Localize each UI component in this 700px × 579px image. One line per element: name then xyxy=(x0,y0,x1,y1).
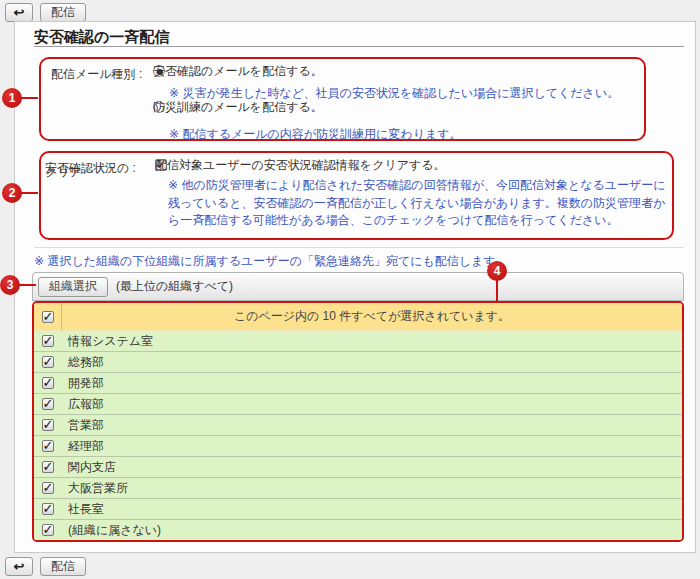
mail-type-label: 配信メール種別 : xyxy=(51,66,142,83)
org-scope-label: (最上位の組織すべて) xyxy=(116,278,233,295)
page-title: 安否確認の一斉配信 xyxy=(34,28,169,47)
row-checkbox-icon[interactable] xyxy=(42,356,54,368)
row-checkbox-icon[interactable] xyxy=(42,482,54,494)
table-row[interactable]: 経理部 xyxy=(34,435,682,456)
annotation-line-2 xyxy=(20,192,38,194)
radio-safety-mail[interactable]: 安否確認のメールを配信する。 xyxy=(153,65,165,77)
annotation-marker-2: 2 xyxy=(2,183,22,203)
top-toolbar: ↩ 配信 xyxy=(5,3,86,22)
bottom-toolbar: ↩ 配信 xyxy=(5,557,86,576)
annotation-marker-3: 3 xyxy=(0,275,20,295)
title-divider xyxy=(34,46,684,47)
org-name: 社長室 xyxy=(61,501,104,518)
clear-status-checkbox-label: 配信対象ユーザーの安否状況確認情報をクリアする。 xyxy=(155,157,446,174)
row-checkbox-icon[interactable] xyxy=(42,377,54,389)
annotation-line-4 xyxy=(496,280,498,302)
table-row[interactable]: (組織に属さない) xyxy=(34,519,682,540)
org-broadcast-note: ※ 選択した組織の下位組織に所属するユーザーの「緊急連絡先」宛てにも配信します。 xyxy=(34,253,508,270)
status-clear-note: ※ 他の防災管理者により配信された安否確認の回答情報が、今回配信対象となるユーザ… xyxy=(168,177,673,230)
org-name: 開発部 xyxy=(61,375,104,392)
select-all-checkbox-icon[interactable] xyxy=(42,311,54,323)
broadcast-button[interactable]: 配信 xyxy=(40,3,86,22)
drill-mail-note: ※ 配信するメールの内容が防災訓練用に変わります。 xyxy=(169,126,461,143)
org-name: 関内支店 xyxy=(61,459,116,476)
table-row[interactable]: 社長室 xyxy=(34,498,682,519)
mail-type-annotation-box: 配信メール種別 : 安否確認のメールを配信する。 ※ 災害が発生した時など、社員… xyxy=(39,57,646,141)
org-name: 経理部 xyxy=(61,438,104,455)
section-divider xyxy=(34,247,684,248)
row-checkbox-icon[interactable] xyxy=(42,440,54,452)
annotation-marker-4: 4 xyxy=(487,261,507,281)
back-button[interactable]: ↩ xyxy=(5,3,33,22)
row-checkbox-icon[interactable] xyxy=(42,524,54,536)
table-row[interactable]: 大阪営業所 xyxy=(34,477,682,498)
main-panel: 安否確認の一斉配信 配信メール種別 : 安否確認のメールを配信する。 ※ 災害が… xyxy=(14,21,696,553)
org-name: 総務部 xyxy=(61,354,104,371)
table-row[interactable]: 営業部 xyxy=(34,414,682,435)
org-name: (組織に属さない) xyxy=(61,522,161,539)
table-row[interactable]: 広報部 xyxy=(34,393,682,414)
back-button[interactable]: ↩ xyxy=(5,557,33,576)
annotation-line-1 xyxy=(20,97,38,99)
back-arrow-icon: ↩ xyxy=(14,5,25,20)
radio-drill-mail-label: 防災訓練のメールを配信する。 xyxy=(153,99,323,116)
row-checkbox-icon[interactable] xyxy=(42,461,54,473)
org-name: 営業部 xyxy=(61,417,104,434)
select-all-row: このページ内の 10 件すべてが選択されています。 xyxy=(34,303,682,331)
annotation-marker-1: 1 xyxy=(2,88,22,108)
row-checkbox-icon[interactable] xyxy=(42,335,54,347)
broadcast-button[interactable]: 配信 xyxy=(40,557,86,576)
annotation-line-3 xyxy=(19,284,36,286)
clear-status-checkbox-row[interactable]: 配信対象ユーザーの安否状況確認情報をクリアする。 xyxy=(155,159,167,171)
row-checkbox-icon[interactable] xyxy=(42,419,54,431)
org-name: 広報部 xyxy=(61,396,104,413)
org-select-button[interactable]: 組織選択 xyxy=(38,277,108,297)
org-toolbar: 組織選択 (最上位の組織すべて) xyxy=(32,272,684,301)
select-all-cell[interactable] xyxy=(34,303,62,330)
table-row[interactable]: 情報システム室 xyxy=(34,331,682,351)
table-row[interactable]: 総務部 xyxy=(34,351,682,372)
org-table: このページ内の 10 件すべてが選択されています。 情報システム室 総務部 開発… xyxy=(32,301,684,542)
status-clear-annotation-box: 安否確認状況の : クリア 配信対象ユーザーの安否状況確認情報をクリアする。 ※… xyxy=(39,151,674,240)
org-name: 大阪営業所 xyxy=(61,480,128,497)
row-checkbox-icon[interactable] xyxy=(42,503,54,515)
select-all-banner: このページ内の 10 件すべてが選択されています。 xyxy=(62,303,682,330)
row-checkbox-icon[interactable] xyxy=(42,398,54,410)
table-row[interactable]: 開発部 xyxy=(34,372,682,393)
org-name: 情報システム室 xyxy=(61,333,153,350)
table-row[interactable]: 関内支店 xyxy=(34,456,682,477)
radio-safety-mail-label: 安否確認のメールを配信する。 xyxy=(153,63,323,80)
back-arrow-icon: ↩ xyxy=(14,559,25,574)
